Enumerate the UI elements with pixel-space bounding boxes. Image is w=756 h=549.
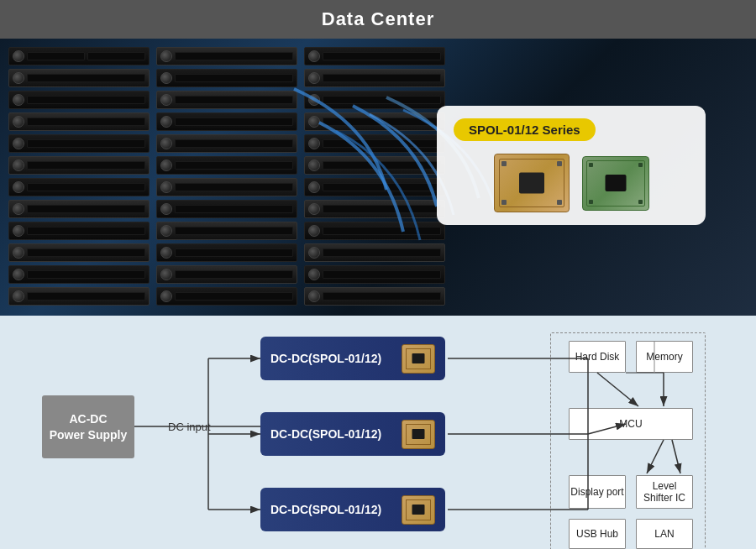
mcu-label: MCU <box>619 418 642 430</box>
pcb-module-2 <box>582 156 649 211</box>
memory-box: Memory <box>636 341 693 373</box>
product-images <box>454 154 689 212</box>
server-rack <box>0 39 454 316</box>
hero-background: SPOL-01/12 Series <box>0 39 756 316</box>
diagram-section: AC-DCPower Supply DC input DC-DC(SPOL-01… <box>0 316 756 549</box>
dcdc-label-3: DC-DC(SPOL-01/12) <box>270 503 381 516</box>
usb-hub-box: USB Hub <box>569 519 626 549</box>
product-callout: SPOL-01/12 Series <box>437 106 706 225</box>
mini-pcb-2 <box>402 420 435 449</box>
level-shifter-box: Level Shifter IC <box>636 475 693 509</box>
acdc-power-supply-box: AC-DCPower Supply <box>42 395 134 458</box>
pcb-module-1 <box>494 154 570 212</box>
lan-label: LAN <box>654 528 674 540</box>
pcb-chip-2 <box>605 175 626 191</box>
page-header: Data Center <box>0 0 756 39</box>
dcdc-box-3: DC-DC(SPOL-01/12) <box>260 488 445 531</box>
hard-disk-box: Hard Disk <box>569 341 626 373</box>
mini-pcb-3 <box>402 495 435 525</box>
display-port-label: Display port <box>570 486 623 498</box>
level-shifter-label: Level Shifter IC <box>637 480 692 504</box>
display-port-box: Display port <box>569 475 626 509</box>
product-badge: SPOL-01/12 Series <box>454 118 596 141</box>
hard-disk-label: Hard Disk <box>575 351 620 363</box>
mcu-box: MCU <box>569 408 693 440</box>
dcdc-label-1: DC-DC(SPOL-01/12) <box>270 352 381 365</box>
lan-box: LAN <box>636 519 693 549</box>
mini-pcb-1 <box>402 344 435 374</box>
dcdc-label-2: DC-DC(SPOL-01/12) <box>270 427 381 441</box>
dc-input-label: DC input <box>168 421 211 433</box>
pcb-chip-1 <box>519 173 544 194</box>
memory-label: Memory <box>646 351 682 363</box>
acdc-label: AC-DCPower Supply <box>50 411 128 442</box>
usb-hub-label: USB Hub <box>576 528 618 540</box>
dcdc-box-2: DC-DC(SPOL-01/12) <box>260 412 445 456</box>
dcdc-box-1: DC-DC(SPOL-01/12) <box>260 337 445 380</box>
page-title: Data Center <box>322 8 434 29</box>
hero-section: SPOL-01/12 Series <box>0 39 756 316</box>
